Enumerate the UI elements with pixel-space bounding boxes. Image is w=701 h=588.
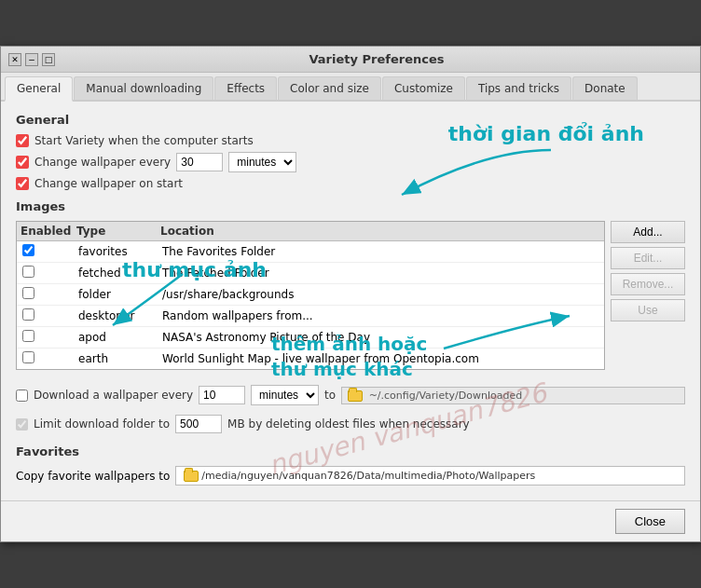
table-row: apod NASA's Astronomy Picture of the Day: [17, 327, 604, 349]
table-row: folder /usr/share/backgrounds: [17, 284, 604, 306]
favorites-section: Favorites Copy favorite wallpapers to /m…: [16, 444, 685, 485]
tab-tips-and-tricks[interactable]: Tips and tricks: [466, 76, 571, 100]
limit-unit-label: MB by deleting oldest files when necessa…: [227, 417, 470, 431]
close-button[interactable]: Close: [615, 509, 685, 534]
row2-enabled-checkbox[interactable]: [22, 287, 34, 299]
favorites-path-field: /media/nguyen/vanquan7826/Data/multimedi…: [175, 466, 685, 485]
row3-enabled-checkbox[interactable]: [22, 308, 34, 321]
tab-general[interactable]: General: [5, 76, 73, 102]
row5-enabled-cell: [21, 350, 76, 367]
images-layout: Enabled Type Location favorites The Favo…: [16, 221, 685, 376]
download-row: Download a wallpaper every minutes hours…: [16, 385, 685, 405]
row0-type: favorites: [76, 244, 160, 259]
folder-icon: [348, 390, 363, 402]
download-path-text: ~/.config/Variety/Downloaded: [369, 390, 523, 402]
favorites-row: Copy favorite wallpapers to /media/nguye…: [16, 466, 685, 485]
row1-location: The Fetched Folder: [160, 266, 600, 280]
tab-bar: General Manual downloading Effects Color…: [1, 73, 700, 102]
images-list-area: Enabled Type Location favorites The Favo…: [16, 221, 605, 376]
table-row: desktoppr Random wallpapers from...: [17, 306, 604, 327]
main-window: ✕ − □ Variety Preferences General Manual…: [0, 46, 701, 542]
row2-type: folder: [76, 287, 160, 302]
tab-content: General Start Variety when the computer …: [1, 102, 700, 500]
row0-location: The Favorites Folder: [160, 244, 600, 259]
maximize-window-button[interactable]: □: [42, 53, 55, 66]
window-title: Variety Preferences: [61, 52, 693, 66]
download-unit-dropdown[interactable]: minutes hours: [251, 385, 319, 405]
change-on-start-label: Change wallpaper on start: [34, 177, 183, 190]
row5-type: earth: [76, 351, 160, 366]
row1-enabled-cell: [21, 265, 76, 281]
wallpaper-interval-input[interactable]: [176, 153, 223, 171]
images-section-label: Images: [16, 199, 685, 213]
col-enabled: Enabled: [21, 225, 76, 238]
row1-type: fetched: [76, 266, 160, 280]
images-table: Enabled Type Location favorites The Favo…: [16, 221, 605, 370]
change-wallpaper-every-checkbox[interactable]: [16, 156, 29, 169]
wallpaper-interval-unit-dropdown[interactable]: minutes hours: [228, 152, 296, 172]
row3-location: Random wallpapers from...: [160, 308, 600, 323]
limit-value-input[interactable]: [175, 415, 222, 433]
favorites-path-text: /media/nguyen/vanquan7826/Data/multimedi…: [201, 470, 535, 482]
close-window-button[interactable]: ✕: [8, 53, 21, 66]
limit-download-label: Limit download folder to: [34, 417, 170, 431]
use-button[interactable]: Use: [611, 299, 685, 321]
row0-enabled-cell: [21, 243, 76, 260]
images-side-buttons: Add... Edit... Remove... Use: [611, 221, 685, 376]
titlebar: ✕ − □ Variety Preferences: [1, 47, 700, 73]
images-section: Images Enabled Type Location favorites: [16, 199, 685, 376]
row4-enabled-checkbox[interactable]: [22, 330, 34, 342]
row2-enabled-cell: [21, 286, 76, 303]
tab-customize[interactable]: Customize: [382, 76, 465, 100]
col-location: Location: [160, 225, 600, 238]
table-row: earth World Sunlight Map - live wallpape…: [17, 349, 604, 369]
row1-enabled-checkbox[interactable]: [22, 266, 34, 278]
change-wallpaper-every-row: Change wallpaper every minutes hours: [16, 152, 685, 172]
favorites-section-label: Favorites: [16, 444, 685, 458]
favorites-copy-label: Copy favorite wallpapers to: [16, 470, 170, 483]
limit-download-row: Limit download folder to MB by deleting …: [16, 415, 685, 433]
tab-donate[interactable]: Donate: [572, 76, 638, 100]
start-on-boot-row: Start Variety when the computer starts: [16, 134, 685, 147]
row4-enabled-cell: [21, 329, 76, 346]
row5-enabled-checkbox[interactable]: [22, 351, 34, 363]
col-type: Type: [76, 225, 160, 238]
row4-location: NASA's Astronomy Picture of the Day: [160, 330, 600, 345]
tab-manual-downloading[interactable]: Manual downloading: [74, 76, 213, 100]
download-to-label: to: [324, 389, 336, 402]
add-button[interactable]: Add...: [611, 221, 685, 243]
change-wallpaper-every-label: Change wallpaper every: [34, 156, 171, 169]
remove-button[interactable]: Remove...: [611, 273, 685, 295]
change-on-start-row: Change wallpaper on start: [16, 177, 685, 190]
tab-effects[interactable]: Effects: [214, 76, 277, 100]
row4-type: apod: [76, 330, 160, 345]
download-path-field: ~/.config/Variety/Downloaded: [341, 387, 685, 404]
table-header: Enabled Type Location: [17, 222, 604, 241]
download-checkbox[interactable]: [16, 390, 28, 402]
table-row: favorites The Favorites Folder: [17, 241, 604, 263]
row2-location: /usr/share/backgrounds: [160, 287, 600, 302]
download-label: Download a wallpaper every: [34, 389, 193, 402]
download-interval-input[interactable]: [199, 386, 245, 404]
row3-enabled-cell: [21, 308, 76, 324]
table-row: fetched The Fetched Folder: [17, 263, 604, 284]
change-on-start-checkbox[interactable]: [16, 177, 29, 190]
minimize-window-button[interactable]: −: [25, 53, 38, 66]
row0-enabled-checkbox[interactable]: [22, 244, 34, 256]
row5-location: World Sunlight Map - live wallpaper from…: [160, 351, 600, 366]
general-section-label: General: [16, 113, 685, 127]
window-controls: ✕ − □: [8, 53, 55, 66]
tab-color-and-size[interactable]: Color and size: [278, 76, 381, 100]
bottom-bar: Close: [1, 500, 700, 541]
edit-button[interactable]: Edit...: [611, 247, 685, 269]
start-on-boot-label: Start Variety when the computer starts: [34, 134, 254, 147]
favorites-folder-icon: [184, 471, 199, 482]
start-on-boot-checkbox[interactable]: [16, 134, 29, 147]
limit-download-checkbox[interactable]: [16, 418, 28, 431]
row3-type: desktoppr: [76, 308, 160, 323]
